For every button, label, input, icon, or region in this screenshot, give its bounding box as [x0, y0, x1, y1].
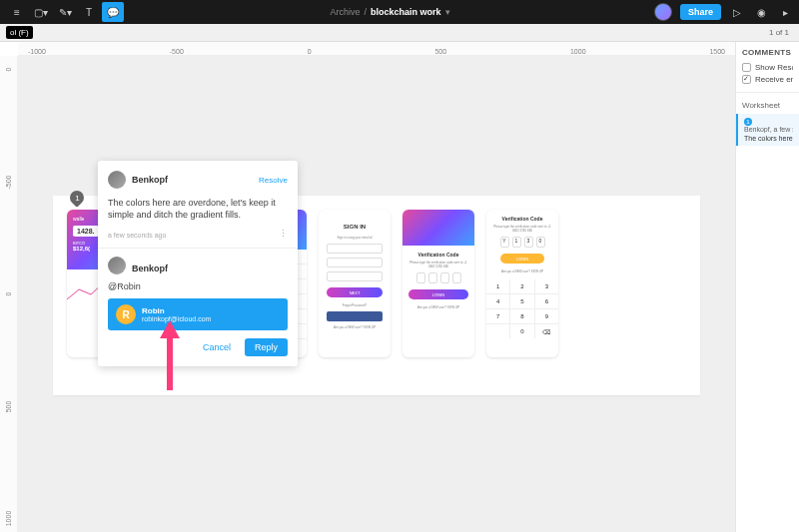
reply-author: Benkopf — [132, 264, 168, 273]
menu-tool[interactable]: ≡ — [6, 2, 28, 22]
mention-suggestion[interactable]: R Robin robinkopf@icloud.com — [108, 298, 288, 330]
mention-avatar: R — [116, 304, 136, 324]
cancel-button[interactable]: Cancel — [197, 338, 237, 356]
numeric-keypad: 123 456 789 0⌫ — [486, 279, 558, 338]
frame-tool[interactable]: ▢▾ — [30, 2, 52, 22]
annotation-arrow-icon — [158, 320, 182, 390]
resolve-link[interactable]: Resolve — [259, 176, 288, 185]
receive-email-toggle[interactable]: Receive ema — [742, 75, 793, 84]
comment-body: The colors here are overdone, let's keep… — [108, 197, 288, 221]
eye-icon[interactable]: ◉ — [753, 4, 769, 20]
comments-panel: COMMENTS Show Resolv Receive ema Workshe… — [735, 42, 799, 532]
pen-tool[interactable]: ✎▾ — [54, 2, 76, 22]
canvas-area: -1000 -500 0 500 1000 1500 0 -500 0 500 … — [0, 42, 735, 532]
comment-popup: Benkopf Resolve The colors here are over… — [98, 161, 298, 366]
worksheet-label: Worksheet — [742, 101, 793, 110]
breadcrumb-archive[interactable]: Archive — [330, 7, 360, 17]
panel-header: COMMENTS — [742, 48, 793, 57]
comment-avatar — [108, 171, 126, 189]
comment-thread-item[interactable]: 1 Benkopf, a few se The colors here a — [736, 114, 799, 146]
top-bar: ≡ ▢▾ ✎▾ T 💬 Archive / blockchain work ▾ … — [0, 0, 799, 24]
breadcrumb: Archive / blockchain work ▾ — [126, 7, 654, 17]
chevron-down-icon[interactable]: ▸ — [777, 4, 793, 20]
chevron-down-icon[interactable]: ▾ — [445, 7, 450, 17]
main: -1000 -500 0 500 1000 1500 0 -500 0 500 … — [0, 42, 799, 532]
secondary-toolbar: ol (F) 1 of 1 — [0, 24, 799, 42]
breadcrumb-project[interactable]: blockchain work — [371, 7, 441, 17]
mock-screen-verify-2[interactable]: Verification Code Please type the verifi… — [486, 210, 558, 357]
horizontal-ruler: -1000 -500 0 500 1000 1500 — [18, 42, 735, 56]
mock-screen-signin[interactable]: SIGN IN Sign in using your email id NEXT… — [319, 210, 391, 357]
comment-author: Benkopf — [132, 175, 253, 185]
vertical-ruler: 0 -500 0 500 1000 — [0, 56, 18, 532]
reply-avatar — [108, 257, 126, 274]
user-avatar[interactable] — [654, 3, 672, 21]
mock-screen-verify-1[interactable]: Verification Code Please type the verifi… — [402, 210, 474, 357]
tool-label: ol (F) — [6, 26, 33, 39]
reply-button[interactable]: Reply — [245, 338, 288, 356]
comment-timestamp: a few seconds ago — [108, 232, 166, 239]
text-tool[interactable]: T — [78, 2, 100, 22]
svg-marker-0 — [160, 320, 180, 390]
show-resolved-toggle[interactable]: Show Resolv — [742, 63, 793, 72]
kebab-icon[interactable]: ⋮ — [279, 229, 288, 239]
share-button[interactable]: Share — [680, 4, 721, 20]
play-icon[interactable]: ▷ — [729, 4, 745, 20]
page-count: 1 of 1 — [769, 28, 789, 37]
canvas[interactable]: walle 1428. BITCO $12,6( → OMG ⌄⌄ $40 — [18, 56, 735, 532]
comment-tool[interactable]: 💬 — [102, 2, 124, 22]
reply-input-text[interactable]: @Robin — [108, 280, 288, 292]
